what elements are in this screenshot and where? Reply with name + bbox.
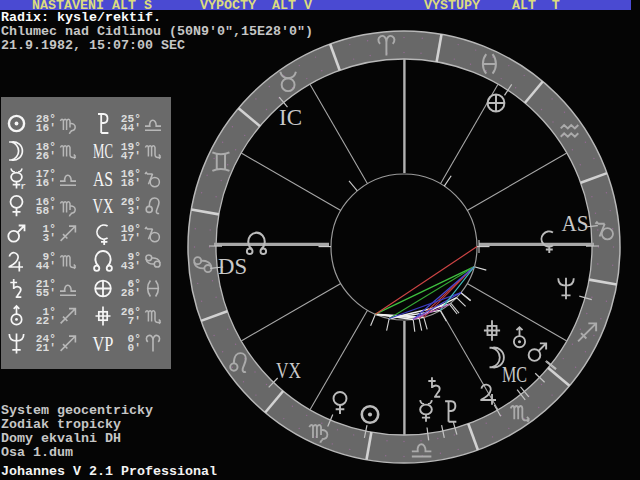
svg-text:3': 3' xyxy=(43,232,56,244)
svg-text:Radix: kysle/rektif.: Radix: kysle/rektif. xyxy=(1,10,161,25)
svg-text:3': 3' xyxy=(128,205,141,217)
svg-text:AS: AS xyxy=(93,166,113,190)
svg-text:22': 22' xyxy=(36,315,56,327)
svg-text:21.9.1982, 15:07:00 SEC: 21.9.1982, 15:07:00 SEC xyxy=(1,38,185,53)
svg-text:47': 47' xyxy=(121,150,141,162)
svg-text:Zodiak tropicky: Zodiak tropicky xyxy=(1,417,121,432)
svg-text:VP: VP xyxy=(93,332,114,355)
svg-text:VX: VX xyxy=(276,358,301,383)
svg-text:IC: IC xyxy=(279,105,302,130)
svg-text:17': 17' xyxy=(121,232,141,244)
svg-text:Chlumec nad Cidlinou (50N9'0",: Chlumec nad Cidlinou (50N9'0",15E28'0") xyxy=(1,24,313,39)
svg-text:58': 58' xyxy=(36,205,56,217)
svg-text:Johannes V 2.1 Professional: Johannes V 2.1 Professional xyxy=(1,464,217,479)
svg-text:16': 16' xyxy=(36,122,56,134)
svg-text:VX: VX xyxy=(93,195,114,218)
svg-text:MC: MC xyxy=(502,361,527,386)
svg-text:Osa 1.dum: Osa 1.dum xyxy=(1,445,73,460)
svg-text:Domy ekvalni DH: Domy ekvalni DH xyxy=(1,431,121,446)
svg-text:44': 44' xyxy=(121,122,141,134)
svg-text:System geocentricky: System geocentricky xyxy=(1,403,153,418)
svg-text:28': 28' xyxy=(121,287,141,299)
svg-text:DS: DS xyxy=(218,254,247,279)
svg-text:7': 7' xyxy=(128,315,141,327)
svg-text:44': 44' xyxy=(36,260,56,272)
svg-text:21': 21' xyxy=(36,342,56,354)
svg-text:MC: MC xyxy=(93,140,113,163)
svg-text:26': 26' xyxy=(36,150,56,162)
svg-text:0': 0' xyxy=(128,342,141,354)
svg-text:18': 18' xyxy=(121,177,141,189)
svg-text:43': 43' xyxy=(121,260,141,272)
svg-text:AS: AS xyxy=(562,210,589,236)
svg-text:55': 55' xyxy=(36,287,56,299)
svg-text:16': 16' xyxy=(36,177,56,189)
svg-text:r: r xyxy=(21,182,26,192)
